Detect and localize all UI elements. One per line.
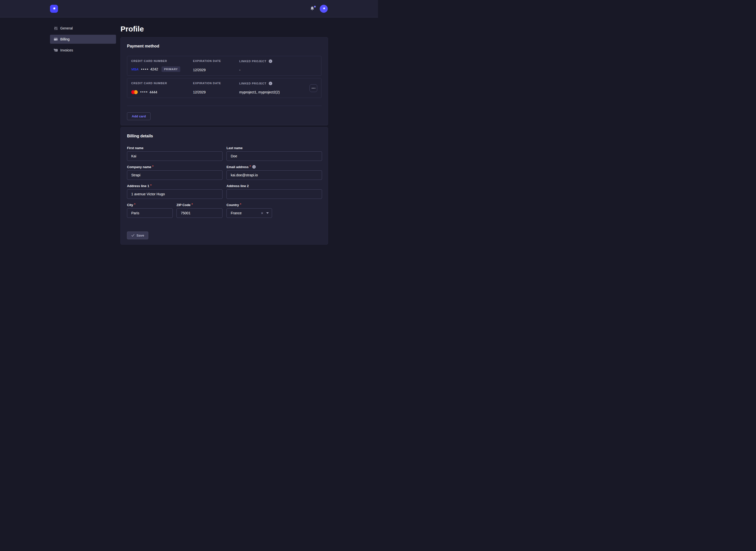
linked-project-label: LINKED PROJECT i — [239, 82, 317, 85]
notification-dot — [314, 6, 316, 7]
company-name-field: Company name* — [127, 165, 223, 180]
email-field: Email address* i — [227, 165, 322, 180]
check-icon — [131, 234, 135, 237]
billing-details-heading: Billing details — [127, 133, 321, 139]
settings-sidebar: General Billing $ — [50, 17, 116, 57]
country-field: Country* France ✕ — [227, 202, 272, 218]
ellipsis-icon — [312, 88, 312, 88]
zip-code-input[interactable] — [177, 208, 223, 218]
field-label-text: Email address — [227, 165, 249, 169]
company-name-label: Company name* — [127, 165, 223, 169]
strapi-logo[interactable] — [50, 5, 58, 13]
linked-project-label-text: LINKED PROJECT — [239, 60, 266, 63]
sidebar-item-general[interactable]: General — [50, 24, 116, 33]
first-name-input[interactable] — [127, 151, 223, 161]
email-label: Email address* i — [227, 165, 322, 169]
field-label-text: Company name — [127, 165, 151, 169]
card-number-value: VISA •••• 4242 PRIMARY — [131, 66, 193, 72]
chevron-down-icon[interactable] — [266, 212, 269, 214]
required-asterisk: * — [192, 202, 193, 206]
profile-page: General Billing $ — [0, 0, 378, 276]
expiration-label: EXPIRATION DATE — [193, 59, 239, 62]
country-select[interactable]: France ✕ — [227, 208, 272, 218]
visa-logo-icon: VISA — [131, 67, 139, 71]
card-number-value: •••• 4444 — [131, 90, 193, 94]
add-card-button[interactable]: Add card — [127, 112, 151, 120]
user-avatar[interactable] — [320, 5, 328, 13]
field-label-text: First name — [127, 146, 144, 150]
city-zip-row: City* ZIP Code* — [127, 202, 223, 218]
first-name-label: First name — [127, 146, 223, 150]
last-name-field: Last name — [227, 146, 322, 161]
card-number-label: CREDIT CARD NUMBER — [131, 59, 193, 62]
top-bar — [0, 0, 378, 17]
sidebar-item-billing[interactable]: Billing — [50, 35, 116, 44]
card-number-column: CREDIT CARD NUMBER •••• 4444 — [131, 82, 193, 94]
strapi-mark-icon — [322, 6, 326, 11]
sidebar-item-invoices[interactable]: $ Invoices — [50, 46, 116, 55]
payment-method-heading: Payment method — [127, 43, 321, 49]
required-asterisk: * — [134, 202, 136, 206]
billing-details-panel: Billing details First name Last name — [120, 127, 328, 244]
clear-selection-icon[interactable]: ✕ — [261, 211, 263, 215]
address-line1-input[interactable] — [127, 189, 223, 199]
city-input[interactable] — [127, 208, 173, 218]
card-last4: 4242 — [150, 67, 158, 71]
field-label-text: Country — [227, 203, 239, 207]
required-asterisk: * — [240, 202, 241, 206]
panel-divider — [127, 106, 321, 106]
primary-badge: PRIMARY — [162, 66, 180, 72]
first-name-field: First name — [127, 146, 223, 161]
mastercard-logo-icon — [131, 90, 138, 94]
info-icon[interactable]: i — [269, 82, 272, 85]
address-line2-input[interactable] — [227, 189, 322, 199]
zip-code-label: ZIP Code* — [177, 202, 223, 207]
payment-card-row-visa: CREDIT CARD NUMBER VISA •••• 4242 PRIMAR… — [127, 56, 321, 76]
card-dots: •••• — [140, 90, 148, 94]
save-button-label: Save — [137, 233, 144, 237]
address-line1-label: Address line 1* — [127, 183, 223, 188]
address-line1-field: Address line 1* — [127, 183, 223, 199]
info-icon[interactable]: i — [252, 165, 256, 168]
card-number-column: CREDIT CARD NUMBER VISA •••• 4242 PRIMAR… — [131, 59, 193, 72]
svg-text:$: $ — [54, 48, 55, 50]
card-dots: •••• — [141, 67, 149, 71]
field-label-text: Address line 2 — [227, 184, 249, 188]
country-selected-value: France — [231, 211, 242, 215]
linked-project-label: LINKED PROJECT i — [239, 59, 317, 63]
main-area: General Billing $ — [0, 17, 378, 244]
content-area: Profile Payment method CREDIT CARD NUMBE… — [120, 17, 328, 244]
linked-project-value: myproject1, myproject2(2) — [239, 90, 317, 94]
expiration-value: 12/2029 — [193, 68, 239, 72]
save-button[interactable]: Save — [127, 231, 148, 239]
sliders-icon — [54, 26, 58, 30]
linked-project-label-text: LINKED PROJECT — [239, 82, 266, 85]
sidebar-item-label: General — [60, 26, 73, 30]
strapi-mark-icon — [51, 6, 56, 11]
expiration-label: EXPIRATION DATE — [193, 82, 239, 85]
expiration-column: EXPIRATION DATE 12/2029 — [193, 82, 239, 94]
topbar-actions — [310, 5, 328, 13]
billing-form: First name Last name Company name* — [127, 146, 321, 218]
sidebar-item-label: Billing — [60, 37, 69, 41]
required-asterisk: * — [152, 165, 154, 168]
country-label: Country* — [227, 202, 272, 207]
required-asterisk: * — [250, 165, 251, 168]
invoice-icon: $ — [54, 48, 58, 52]
payment-card-row-mastercard: CREDIT CARD NUMBER •••• 4444 EX — [127, 78, 321, 98]
info-icon[interactable]: i — [269, 59, 272, 63]
linked-project-column: LINKED PROJECT i myproject1, myproject2(… — [239, 82, 317, 94]
address-line2-label: Address line 2 — [227, 183, 322, 188]
linked-project-column: LINKED PROJECT i - — [239, 59, 317, 72]
page-title: Profile — [120, 24, 328, 34]
field-label-text: Address line 1 — [127, 184, 149, 188]
card-actions-menu-button[interactable] — [309, 84, 317, 92]
last-name-input[interactable] — [227, 151, 322, 161]
zip-code-field: ZIP Code* — [177, 202, 223, 218]
expiration-column: EXPIRATION DATE 12/2029 — [193, 59, 239, 72]
company-name-input[interactable] — [127, 170, 223, 180]
email-input[interactable] — [227, 170, 322, 180]
notifications-button[interactable] — [310, 6, 314, 11]
linked-project-value: - — [239, 68, 317, 72]
payment-method-panel: Payment method CREDIT CARD NUMBER VISA •… — [120, 37, 328, 125]
